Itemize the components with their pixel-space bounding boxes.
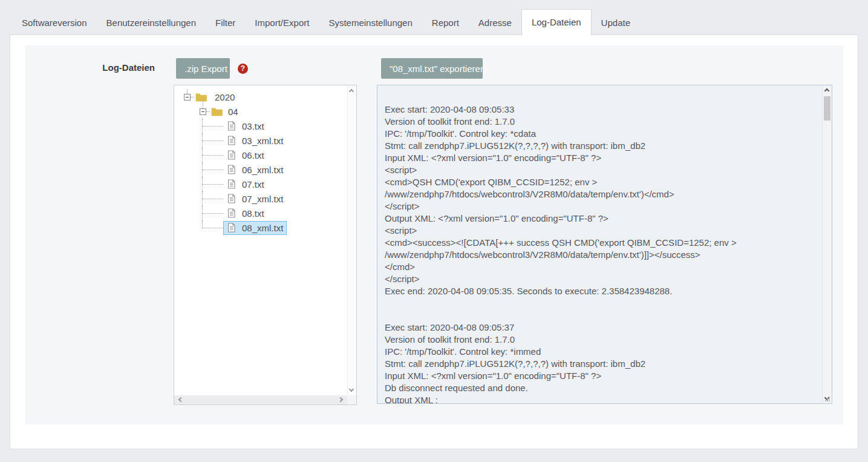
tree-item-07-xml-txt[interactable]: 07_xml.txt — [174, 191, 347, 206]
tree-item-08-xml-txt[interactable]: 08_xml.txt — [174, 220, 347, 235]
tab-update[interactable]: Update — [592, 11, 640, 35]
tree-vertical-scrollbar[interactable] — [347, 85, 356, 395]
folder-icon — [195, 93, 207, 102]
tab-filter[interactable]: Filter — [206, 11, 245, 35]
tree-connector — [206, 111, 210, 112]
resize-grip-icon[interactable] — [824, 395, 830, 401]
tree-item-body[interactable]: 08_xml.txt — [224, 222, 286, 234]
tree-connector — [199, 162, 223, 177]
tree-horizontal-scrollbar[interactable] — [174, 395, 347, 404]
scroll-down-icon[interactable] — [349, 387, 354, 392]
tab-adresse[interactable]: Adresse — [469, 11, 521, 35]
scrollbar-thumb[interactable] — [824, 96, 830, 120]
log-text: Exec start: 2020-04-08 09:05:33 Version … — [377, 85, 821, 403]
tree-connector — [199, 220, 223, 235]
tree-item-label: 08.txt — [242, 208, 264, 219]
tree-connector — [199, 177, 223, 191]
tree-item-body[interactable]: 07_xml.txt — [224, 193, 286, 205]
log-files-section: Log-Dateien .zip Export ? "08_xml.txt" e… — [25, 45, 843, 424]
file-tree: 20200403.txt03_xml.txt06.txt06_xml.txt07… — [174, 85, 357, 405]
tree-item-label: 06_xml.txt — [242, 165, 283, 175]
tree-item-label: 03.txt — [242, 121, 264, 131]
scroll-up-icon[interactable] — [824, 88, 829, 93]
tab-benutzereinstellungen[interactable]: Benutzereinstellungen — [97, 11, 206, 35]
collapse-toggle-icon[interactable] — [200, 108, 206, 115]
tree-connector — [191, 97, 194, 97]
tree-folder-label: 04 — [228, 107, 238, 117]
tree-item-label: 08_xml.txt — [242, 223, 283, 233]
tree-item-label: 03_xml.txt — [242, 136, 283, 146]
tree-item-label: 07.txt — [242, 179, 264, 190]
scroll-left-icon[interactable] — [178, 397, 183, 402]
tab-import-export[interactable]: Import/Export — [245, 11, 319, 35]
tree-content: 20200403.txt03_xml.txt06.txt06_xml.txt07… — [174, 90, 347, 395]
tree-item-07-txt[interactable]: 07.txt — [174, 177, 347, 191]
file-icon — [227, 179, 236, 189]
scroll-right-icon[interactable] — [338, 397, 343, 402]
tree-item-06-txt[interactable]: 06.txt — [174, 148, 347, 162]
tab-report[interactable]: Report — [422, 11, 469, 35]
tab-systemeinstellungen[interactable]: Systemeinstellungen — [319, 11, 422, 35]
file-icon — [227, 150, 236, 160]
tree-item-body[interactable]: 06_xml.txt — [224, 163, 286, 176]
file-icon — [227, 165, 236, 174]
file-icon — [227, 208, 236, 218]
tree-connector — [199, 206, 223, 220]
tree-item-label: 06.txt — [242, 150, 264, 160]
folder-icon — [211, 107, 223, 116]
file-icon — [227, 121, 236, 131]
help-icon[interactable]: ? — [238, 64, 248, 74]
section-label: Log-Dateien — [25, 62, 155, 73]
file-icon — [227, 223, 236, 233]
tree-item-08-txt[interactable]: 08.txt — [174, 206, 347, 220]
tree-connector — [199, 119, 223, 133]
tree-item-03-xml-txt[interactable]: 03_xml.txt — [174, 133, 347, 148]
log-textarea[interactable]: Exec start: 2020-04-08 09:05:33 Version … — [377, 85, 832, 404]
log-vertical-scrollbar[interactable] — [822, 85, 832, 403]
content-panel: Log-Dateien .zip Export ? "08_xml.txt" e… — [10, 35, 858, 449]
tab-bar: SoftwareversionBenutzereinstellungenFilt… — [0, 0, 868, 35]
tree-item-body[interactable]: 03_xml.txt — [224, 134, 286, 147]
zip-export-button[interactable]: .zip Export — [176, 58, 230, 79]
tree-item-body[interactable]: 06.txt — [224, 149, 267, 162]
tree-item-06-xml-txt[interactable]: 06_xml.txt — [174, 162, 347, 177]
tree-item-body[interactable]: 08.txt — [224, 207, 267, 220]
tree-folder-2020[interactable]: 2020 — [174, 90, 347, 104]
tab-softwareversion[interactable]: Softwareversion — [12, 11, 97, 35]
scrollbar-corner — [347, 395, 356, 404]
tree-connector — [199, 133, 223, 148]
tree-item-body[interactable]: 03.txt — [224, 120, 267, 133]
file-export-button[interactable]: "08_xml.txt" exportieren — [381, 58, 483, 79]
file-icon — [227, 136, 236, 145]
scroll-up-icon[interactable] — [349, 89, 354, 94]
collapse-toggle-icon[interactable] — [184, 94, 191, 101]
tree-folder-label: 2020 — [215, 92, 235, 102]
tree-connector — [199, 191, 223, 206]
tree-item-body[interactable]: 07.txt — [224, 178, 267, 191]
tab-log-dateien[interactable]: Log-Dateien — [521, 9, 592, 35]
file-icon — [227, 194, 236, 203]
tree-connector — [199, 148, 223, 162]
tree-item-03-txt[interactable]: 03.txt — [174, 119, 347, 133]
tree-item-label: 07_xml.txt — [242, 194, 283, 204]
tree-folder-04[interactable]: 04 — [174, 104, 347, 119]
